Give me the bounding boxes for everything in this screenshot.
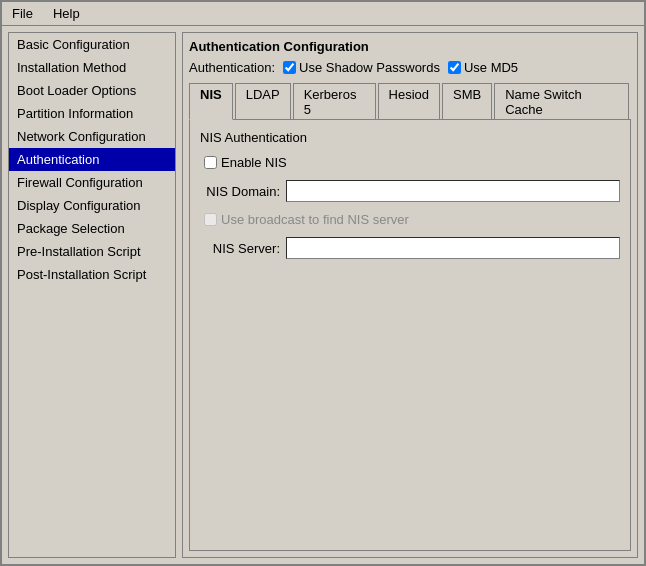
nis-domain-row: NIS Domain: — [200, 180, 620, 202]
md5-label[interactable]: Use MD5 — [448, 60, 518, 75]
tab-smb[interactable]: SMB — [442, 83, 492, 120]
shadow-passwords-checkbox[interactable] — [283, 61, 296, 74]
nis-server-input[interactable] — [286, 237, 620, 259]
shadow-passwords-label[interactable]: Use Shadow Passwords — [283, 60, 440, 75]
tab-hesiod[interactable]: Hesiod — [378, 83, 440, 120]
enable-nis-label: Enable NIS — [221, 155, 287, 170]
tab-nis[interactable]: NIS — [189, 83, 233, 120]
main-window: File Help Basic Configuration Installati… — [0, 0, 646, 566]
enable-nis-row: Enable NIS — [204, 155, 620, 170]
md5-checkbox[interactable] — [448, 61, 461, 74]
broadcast-label: Use broadcast to find NIS server — [221, 212, 409, 227]
menubar: File Help — [2, 2, 644, 26]
menu-file[interactable]: File — [6, 4, 39, 23]
sidebar-item-boot-loader-options[interactable]: Boot Loader Options — [9, 79, 175, 102]
nis-section-title: NIS Authentication — [200, 130, 620, 145]
nis-server-label: NIS Server: — [200, 241, 280, 256]
sidebar-item-pre-installation-script[interactable]: Pre-Installation Script — [9, 240, 175, 263]
shadow-passwords-text: Use Shadow Passwords — [299, 60, 440, 75]
tab-name-switch-cache[interactable]: Name Switch Cache — [494, 83, 629, 120]
sidebar-item-post-installation-script[interactable]: Post-Installation Script — [9, 263, 175, 286]
tab-kerberos5[interactable]: Kerberos 5 — [293, 83, 376, 120]
sidebar-item-package-selection[interactable]: Package Selection — [9, 217, 175, 240]
sidebar-item-firewall-configuration[interactable]: Firewall Configuration — [9, 171, 175, 194]
sidebar-item-authentication[interactable]: Authentication — [9, 148, 175, 171]
broadcast-checkbox[interactable] — [204, 213, 217, 226]
sidebar-item-basic-configuration[interactable]: Basic Configuration — [9, 33, 175, 56]
sidebar-item-network-configuration[interactable]: Network Configuration — [9, 125, 175, 148]
sidebar-item-display-configuration[interactable]: Display Configuration — [9, 194, 175, 217]
nis-server-row: NIS Server: — [200, 237, 620, 259]
auth-row: Authentication: Use Shadow Passwords Use… — [189, 60, 631, 75]
nis-domain-input[interactable] — [286, 180, 620, 202]
right-panel: Authentication Configuration Authenticat… — [182, 32, 638, 558]
sidebar: Basic Configuration Installation Method … — [8, 32, 176, 558]
sidebar-item-installation-method[interactable]: Installation Method — [9, 56, 175, 79]
main-content: Basic Configuration Installation Method … — [2, 26, 644, 564]
menu-help[interactable]: Help — [47, 4, 86, 23]
tab-ldap[interactable]: LDAP — [235, 83, 291, 120]
nis-domain-label: NIS Domain: — [200, 184, 280, 199]
auth-label: Authentication: — [189, 60, 275, 75]
md5-text: Use MD5 — [464, 60, 518, 75]
tabs-row: NIS LDAP Kerberos 5 Hesiod SMB Name Swit… — [189, 83, 631, 120]
enable-nis-checkbox[interactable] — [204, 156, 217, 169]
sidebar-item-partition-information[interactable]: Partition Information — [9, 102, 175, 125]
broadcast-row: Use broadcast to find NIS server — [204, 212, 620, 227]
nis-tab-content: NIS Authentication Enable NIS NIS Domain… — [189, 119, 631, 551]
panel-title: Authentication Configuration — [189, 39, 631, 54]
tabs-container: NIS LDAP Kerberos 5 Hesiod SMB Name Swit… — [189, 83, 631, 551]
